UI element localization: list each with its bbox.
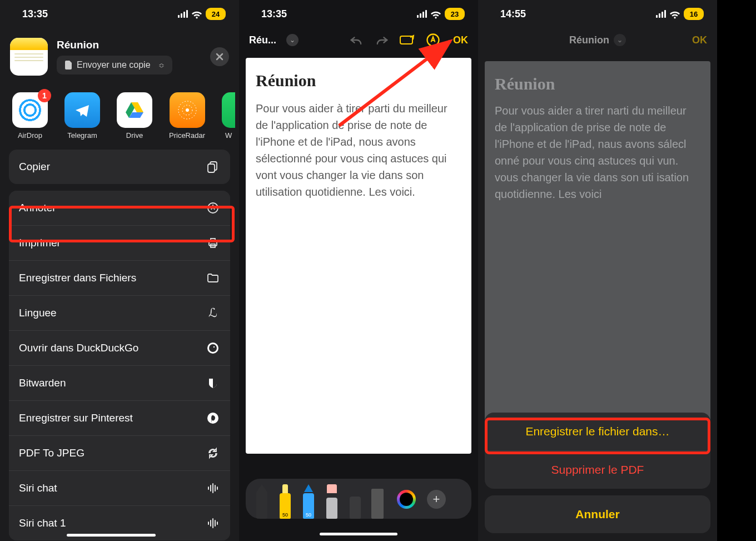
action-imprimer[interactable]: Imprimer [9,225,230,260]
doc-body: Pour vous aider à tirer parti du meilleu… [256,100,461,200]
action-label: Ouvrir dans DuckDuckGo [19,342,138,354]
autoshape-button[interactable] [400,32,415,48]
action-bitwarden[interactable]: Bitwarden [9,365,230,400]
status-bar: 13:35 24 [0,0,239,28]
wifi-icon [191,10,202,18]
status-right: 16 [656,8,704,20]
airdrop-badge: 1 [38,89,51,102]
share-app-airdrop[interactable]: 1 AirDrop [12,92,48,140]
add-tool-button[interactable]: + [427,490,446,509]
sheet-save-file[interactable]: Enregistrer le fichier dans… [485,413,710,450]
chevron-down-icon[interactable]: ⌄ [614,34,626,46]
action-pinterest[interactable]: Enregistrer sur Pinterest [9,400,230,435]
share-app-label: Telegram [67,131,97,140]
share-app-label: W [225,131,232,140]
share-app-priceradar[interactable]: PriceRadar [169,92,205,140]
cellular-icon [417,10,427,18]
action-linguee[interactable]: Linguee ℒ [9,295,230,330]
action-save-files[interactable]: Enregistrer dans Fichiers [9,260,230,295]
tool-lasso[interactable] [348,484,362,519]
markup-toggle-button[interactable] [425,32,441,48]
action-label: Enregistrer sur Pinterest [19,412,133,424]
doc-title: Réunion [256,71,461,90]
action-sheet-group: Enregistrer le fichier dans… Supprimer l… [485,413,710,489]
action-label: Siri chat 1 [19,517,66,529]
sheet-delete-pdf[interactable]: Supprimer le PDF [485,450,710,489]
action-sirichat[interactable]: Siri chat [9,470,230,505]
action-pdfjpeg[interactable]: PDF To JPEG [9,435,230,470]
bitwarden-icon [206,376,220,390]
drive-icon [117,92,152,128]
svg-rect-7 [208,164,215,172]
share-title: Réunion [57,39,201,51]
status-bar: 14:55 16 [478,0,717,28]
copy-icon [206,160,220,174]
svg-point-14 [213,346,215,348]
waveform-icon [206,516,220,530]
toolbar-title[interactable]: Réunion [569,34,609,46]
doc-body: Pour vous aider a tirer narti du meilleu… [495,102,700,202]
battery-icon: 16 [684,8,704,20]
action-label: Annoter [19,202,56,214]
share-app-whatsapp[interactable]: W [222,92,235,140]
share-header: Réunion Envoyer une copie ≎ [0,28,239,81]
markup-toolbar: Réunion ⌄ OK [478,28,717,52]
markup-toolbar: Réu... ⌄ OK [239,28,478,52]
action-annoter[interactable]: Annoter [9,191,230,225]
share-app-telegram[interactable]: Telegram [64,92,100,140]
redo-button[interactable] [374,32,390,48]
close-icon [216,53,223,61]
close-button[interactable] [210,47,229,66]
undo-button[interactable] [349,32,364,48]
tool-ruler[interactable] [371,484,384,519]
done-button[interactable]: OK [692,34,707,46]
status-time: 13:35 [261,8,287,20]
tool-pencil[interactable]: 50 [301,484,316,519]
action-list: Annoter Imprimer Enregistrer dans Fichie… [9,191,230,540]
folder-icon [206,271,220,285]
action-label: Bitwarden [19,377,66,389]
svg-point-5 [186,108,189,112]
chevron-down-icon[interactable]: ⌄ [286,34,299,46]
chevron-updown-icon: ≎ [158,61,165,70]
document-page[interactable]: Réunion Pour vous aider à tirer parti du… [246,58,471,454]
sheet-cancel[interactable]: Annuler [485,495,710,533]
svg-point-13 [209,344,217,352]
toolbar-title[interactable]: Réu... [249,34,276,46]
duckduckgo-icon [206,341,220,355]
phone-save-sheet: 14:55 16 Réunion ⌄ OK Réunion Pour vous … [478,0,717,541]
share-app-label: Drive [126,131,143,140]
send-copy-selector[interactable]: Envoyer une copie ≎ [57,56,172,75]
cellular-icon [178,10,188,18]
share-app-row[interactable]: 1 AirDrop Telegram Drive PriceRadar W [0,81,239,145]
document-page-dimmed: Réunion Pour vous aider a tirer narti du… [485,61,710,461]
pinterest-icon [206,411,220,425]
battery-icon: 24 [206,8,226,20]
action-label: Siri chat [19,482,57,494]
action-label: Copier [19,161,50,173]
wifi-icon [430,10,441,18]
action-sheet: Enregistrer le fichier dans… Supprimer l… [485,413,710,533]
color-picker-button[interactable] [397,490,416,509]
status-bar: 13:35 23 [239,0,478,28]
cellular-icon [656,10,666,18]
tool-pen[interactable] [255,484,269,519]
telegram-icon [64,92,100,128]
linguee-icon: ℒ [206,306,220,320]
status-right: 23 [417,8,465,20]
share-app-drive[interactable]: Drive [117,92,152,140]
action-copy[interactable]: Copier [9,150,230,184]
wifi-icon [669,10,680,18]
printer-icon [206,236,220,250]
airdrop-icon [19,99,41,121]
action-label: Linguee [19,307,57,319]
notes-app-icon [10,38,48,76]
tool-eraser[interactable] [325,484,339,519]
markup-tool-tray: 50 50 + [246,479,471,519]
tool-marker[interactable]: 50 [278,484,292,519]
copy-block: Copier [9,150,230,184]
action-duckduckgo[interactable]: Ouvrir dans DuckDuckGo [9,330,230,365]
waveform-icon [206,481,220,495]
done-button[interactable]: OK [453,34,468,46]
phone-markup-editor: 13:35 23 Réu... ⌄ OK Réunion Pour vous a… [239,0,478,541]
